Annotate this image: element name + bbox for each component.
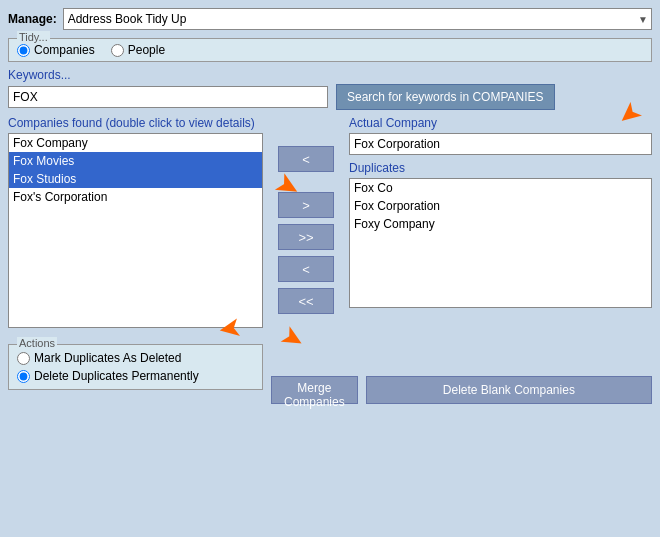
right-panel: ➤ Actual Company Duplicates Fox Co Fox C…: [349, 116, 652, 328]
remove-all-button[interactable]: <<: [278, 288, 334, 314]
delete-permanently-label[interactable]: Delete Duplicates Permanently: [17, 369, 254, 383]
merge-companies-button[interactable]: Merge Companies: [271, 376, 358, 404]
keywords-section: Keywords... Search for keywords in COMPA…: [8, 68, 652, 110]
move-right-button[interactable]: >: [278, 192, 334, 218]
actions-legend: Actions: [17, 337, 57, 349]
middle-panel: < ➤ > >> < <<: [271, 116, 341, 328]
delete-permanently-text: Delete Duplicates Permanently: [34, 369, 199, 383]
list-item[interactable]: Fox Studios: [9, 170, 262, 188]
mark-deleted-text: Mark Duplicates As Deleted: [34, 351, 181, 365]
dup-item[interactable]: Fox Co: [350, 179, 651, 197]
list-item[interactable]: Fox Movies: [9, 152, 262, 170]
tidy-group: Tidy... Companies People: [8, 38, 652, 62]
mark-deleted-label[interactable]: Mark Duplicates As Deleted: [17, 351, 254, 365]
delete-blank-area: Delete Blank Companies: [366, 336, 652, 404]
actual-company-input[interactable]: [349, 133, 652, 155]
companies-radio-text: Companies: [34, 43, 95, 57]
move-all-right-button[interactable]: >>: [278, 224, 334, 250]
main-container: Manage: Address Book Tidy Up Tidy... Com…: [0, 0, 660, 537]
actual-company-label: Actual Company: [349, 116, 652, 130]
keywords-row: Search for keywords in COMPANIES: [8, 84, 652, 110]
actual-company-section: ➤ Actual Company: [349, 116, 652, 161]
dup-item[interactable]: Foxy Company: [350, 215, 651, 233]
delete-blank-button[interactable]: Delete Blank Companies: [366, 376, 652, 404]
keywords-input[interactable]: [8, 86, 328, 108]
manage-row: Manage: Address Book Tidy Up: [8, 8, 652, 30]
companies-radio[interactable]: [17, 44, 30, 57]
duplicates-list[interactable]: Fox Co Fox Corporation Foxy Company: [349, 178, 652, 308]
list-item[interactable]: Fox's Corporation: [9, 188, 262, 206]
manage-select-wrapper: Address Book Tidy Up: [63, 8, 652, 30]
tidy-legend: Tidy...: [17, 31, 50, 43]
people-radio-label[interactable]: People: [111, 43, 165, 57]
delete-permanently-radio[interactable]: [17, 370, 30, 383]
search-button[interactable]: Search for keywords in COMPANIES: [336, 84, 555, 110]
mark-deleted-radio[interactable]: [17, 352, 30, 365]
spacer: ➤ Merge Companies: [271, 336, 358, 404]
people-radio-text: People: [128, 43, 165, 57]
arrow-merge-area: ➤: [271, 336, 358, 376]
companies-found-label: Companies found (double click to view de…: [8, 116, 263, 130]
bottom-row: Actions ➤ Mark Duplicates As Deleted Del…: [8, 336, 652, 404]
dup-item[interactable]: Fox Corporation: [350, 197, 651, 215]
duplicates-label: Duplicates: [349, 161, 652, 175]
list-item[interactable]: Fox Company: [9, 134, 262, 152]
left-panel: Companies found (double click to view de…: [8, 116, 263, 328]
actions-group: Actions ➤ Mark Duplicates As Deleted Del…: [8, 344, 263, 390]
keywords-label: Keywords...: [8, 68, 652, 82]
companies-list[interactable]: Fox Company Fox Movies Fox Studios Fox's…: [8, 133, 263, 328]
content-row: Companies found (double click to view de…: [8, 116, 652, 328]
people-radio[interactable]: [111, 44, 124, 57]
manage-select[interactable]: Address Book Tidy Up: [63, 8, 652, 30]
move-left-button[interactable]: <: [278, 146, 334, 172]
arrow-area-1: ➤ >: [276, 178, 336, 218]
manage-label: Manage:: [8, 12, 57, 26]
remove-one-button[interactable]: <: [278, 256, 334, 282]
companies-radio-label[interactable]: Companies: [17, 43, 95, 57]
